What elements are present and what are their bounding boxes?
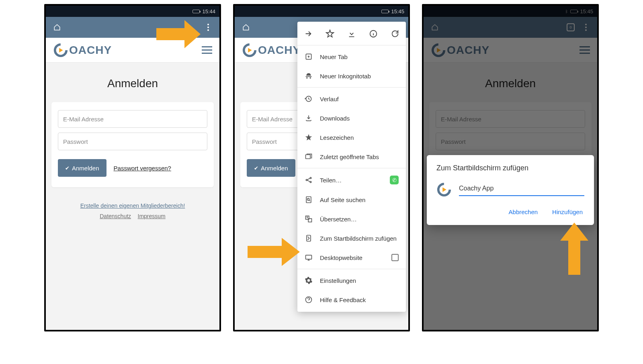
menu-item-label: Hilfe & Feedback — [320, 297, 366, 303]
menu-item-downloads[interactable]: Downloads — [297, 108, 406, 128]
downloads-icon — [305, 114, 313, 122]
menu-item-recent-tabs[interactable]: Zuletzt geöffnete Tabs — [297, 147, 406, 166]
imprint-link[interactable]: Impressum — [138, 213, 166, 219]
translate-icon — [305, 215, 313, 223]
menu-item-label: Zuletzt geöffnete Tabs — [320, 153, 379, 160]
svg-point-8 — [310, 181, 311, 182]
status-time: 15:44 — [202, 8, 215, 14]
menu-item-label: Lesezeichen — [320, 134, 354, 141]
menu-item-incognito[interactable]: Neuer Inkognitotab — [297, 66, 406, 86]
menu-item-share[interactable]: Teilen… ✆ — [297, 170, 406, 190]
dialog-title: Zum Startbildschirm zufügen — [436, 164, 584, 172]
status-time: 15:45 — [391, 8, 404, 14]
recent-tabs-icon — [305, 153, 313, 161]
find-icon — [305, 196, 313, 204]
logo-text: OACHY — [69, 44, 112, 56]
add-to-homescreen-dialog: Zum Startbildschirm zufügen Abbrechen Hi… — [427, 155, 594, 225]
menu-separator — [297, 87, 406, 88]
login-button[interactable]: ✔ Anmelden — [247, 159, 295, 177]
forward-icon[interactable] — [304, 29, 313, 38]
login-card: ✔ Anmelden Passwort vergessen? — [51, 102, 214, 187]
menu-item-desktop[interactable]: Desktopwebsite — [297, 248, 406, 267]
status-bar: 15:44 — [46, 6, 219, 17]
incognito-icon — [305, 72, 313, 80]
svg-rect-13 — [307, 235, 311, 241]
menu-item-find[interactable]: Auf Seite suchen — [297, 190, 406, 209]
login-button-label: Anmelden — [261, 165, 288, 172]
arrow-callout-2 — [248, 238, 300, 266]
battery-icon — [192, 10, 200, 13]
menu-item-label: Teilen… — [320, 177, 342, 184]
menu-item-settings[interactable]: Einstellungen — [297, 271, 406, 290]
menu-item-label: Verlauf — [320, 96, 339, 102]
hamburger-menu-icon[interactable] — [202, 46, 212, 54]
svg-point-7 — [310, 177, 311, 178]
shortcut-name-input[interactable] — [459, 183, 584, 196]
footer-links: Erstelle deinen eigenen Mitgliederbereic… — [49, 202, 216, 221]
settings-icon — [305, 276, 313, 284]
chrome-overflow-menu: Neuer Tab Neuer Inkognitotab Verlauf Dow… — [297, 22, 406, 312]
add-home-icon — [305, 234, 313, 242]
add-button[interactable]: Hinzufügen — [551, 205, 584, 219]
phone-screenshot-3: ᛒ 15:45 0 OACHY Anmelden Datenschutz — [422, 4, 599, 331]
menu-item-label: Desktopwebsite — [320, 254, 362, 261]
menu-item-label: Neuer Tab — [320, 53, 348, 60]
whatsapp-icon: ✆ — [390, 176, 399, 184]
forgot-password-link[interactable]: Passwort vergessen? — [114, 165, 171, 172]
phone-screenshot-1: 15:44 OACHY Anmelden ✔ Anmelden — [44, 4, 221, 331]
status-bar: 15:45 — [235, 6, 408, 17]
history-icon — [305, 95, 313, 103]
home-icon[interactable] — [53, 24, 61, 31]
menu-item-help[interactable]: Hilfe & Feedback — [297, 290, 406, 309]
coachy-logo: OACHY — [53, 43, 112, 58]
menu-item-label: Übersetzen… — [320, 216, 357, 223]
menu-item-translate[interactable]: Übersetzen… — [297, 209, 406, 229]
desktop-icon — [305, 254, 313, 262]
svg-rect-9 — [306, 197, 311, 203]
refresh-icon[interactable] — [391, 29, 399, 38]
bookmarks-icon — [305, 133, 313, 141]
help-icon — [305, 296, 313, 304]
menu-separator — [297, 45, 406, 45]
app-icon — [436, 182, 452, 197]
login-button-label: Anmelden — [72, 165, 99, 172]
menu-item-history[interactable]: Verlauf — [297, 89, 406, 108]
coachy-logo: OACHY — [242, 43, 301, 58]
arrow-callout-3 — [560, 223, 588, 275]
menu-item-label: Downloads — [320, 115, 350, 122]
phone-screenshot-2: 15:45 OACHY A ✔ Anmelden E — [233, 4, 410, 331]
menu-item-label: Auf Seite suchen — [320, 196, 365, 203]
menu-item-new-tab[interactable]: Neuer Tab — [297, 47, 406, 66]
page-title: Anmelden — [49, 77, 216, 90]
checkbox-icon — [391, 254, 399, 261]
cta-link[interactable]: Erstelle deinen eigenen Mitgliederbereic… — [51, 202, 214, 209]
privacy-link[interactable]: Datenschutz — [100, 213, 131, 219]
home-icon[interactable] — [242, 24, 250, 31]
menu-separator — [297, 269, 406, 269]
battery-icon — [381, 10, 389, 13]
menu-item-add-home[interactable]: Zum Startbildschirm zufügen — [297, 229, 406, 248]
menu-item-label: Einstellungen — [320, 277, 356, 284]
svg-point-6 — [306, 179, 307, 180]
logo-text: OACHY — [258, 44, 301, 56]
check-icon: ✔ — [65, 165, 70, 171]
info-icon[interactable] — [369, 29, 378, 38]
menu-top-row — [297, 24, 406, 43]
arrow-callout-1 — [156, 20, 201, 48]
menu-item-label: Zum Startbildschirm zufügen — [320, 235, 397, 242]
kebab-menu-icon[interactable] — [204, 24, 212, 31]
email-field[interactable] — [58, 110, 207, 128]
check-icon: ✔ — [254, 165, 258, 171]
download-icon[interactable] — [347, 29, 356, 38]
menu-separator — [297, 168, 406, 168]
cancel-button[interactable]: Abbrechen — [507, 205, 540, 219]
page-body: Anmelden ✔ Anmelden Passwort vergessen? … — [46, 77, 219, 221]
svg-rect-14 — [306, 255, 312, 259]
share-icon — [305, 176, 313, 184]
password-field[interactable] — [58, 133, 207, 150]
new-tab-icon — [305, 53, 313, 61]
star-icon[interactable] — [326, 29, 334, 38]
menu-item-bookmarks[interactable]: Lesezeichen — [297, 128, 406, 147]
menu-item-label: Neuer Inkognitotab — [320, 73, 371, 80]
login-button[interactable]: ✔ Anmelden — [58, 159, 106, 177]
